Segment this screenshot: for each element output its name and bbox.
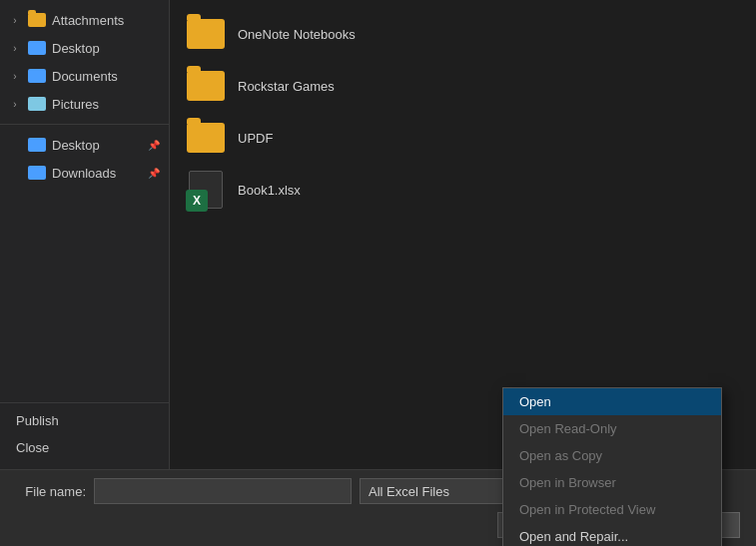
- docs-icon: [28, 67, 46, 85]
- downloads-icon: [28, 164, 46, 182]
- file-name: OneNote Notebooks: [238, 27, 356, 42]
- file-name: Book1.xlsx: [238, 183, 301, 198]
- excel-file-icon: X: [186, 174, 226, 206]
- chevron-icon: ›: [8, 97, 22, 111]
- chevron-icon: ›: [8, 69, 22, 83]
- sidebar-divider: [0, 124, 169, 125]
- publish-action[interactable]: Publish: [0, 407, 169, 434]
- list-item[interactable]: X Book1.xlsx: [174, 164, 752, 216]
- folder-icon: [186, 70, 226, 102]
- sidebar-item-label: Attachments: [52, 13, 161, 28]
- file-name: UPDF: [238, 131, 273, 146]
- sidebar-pinned-section: Desktop 📌 Downloads 📌: [0, 129, 169, 189]
- close-action[interactable]: Close: [0, 434, 169, 461]
- sidebar-item-desktop-top[interactable]: › Desktop: [0, 34, 169, 62]
- sidebar-item-label: Pictures: [52, 97, 161, 112]
- sidebar-item-documents[interactable]: › Documents: [0, 62, 169, 90]
- publish-label: Publish: [16, 413, 59, 428]
- dropdown-item-open-repair[interactable]: Open and Repair...: [503, 523, 721, 546]
- sidebar-item-desktop-pinned[interactable]: Desktop 📌: [0, 131, 169, 159]
- pin-icon: 📌: [147, 166, 161, 180]
- sidebar-item-label: Desktop: [52, 41, 161, 56]
- open-dropdown-menu: Open Open Read-Only Open as Copy Open in…: [502, 387, 722, 546]
- dropdown-item-label: Open in Protected View: [519, 502, 655, 517]
- chevron-icon: ›: [8, 41, 22, 55]
- sidebar-nav-section: › Attachments › Desktop ›: [0, 4, 169, 120]
- list-item[interactable]: UPDF: [174, 112, 752, 164]
- sidebar-item-label: Downloads: [52, 166, 141, 181]
- dropdown-item-open[interactable]: Open: [503, 388, 721, 415]
- sidebar-item-attachments[interactable]: › Attachments: [0, 6, 169, 34]
- pin-icon: 📌: [147, 138, 161, 152]
- sidebar-item-pictures[interactable]: › Pictures: [0, 90, 169, 118]
- filename-label: File name:: [16, 484, 86, 499]
- pictures-icon: [28, 95, 46, 113]
- chevron-icon: [8, 166, 22, 180]
- dropdown-item-open-copy[interactable]: Open as Copy: [503, 442, 721, 469]
- folder-icon: [28, 11, 46, 29]
- desktop-icon: [28, 136, 46, 154]
- file-name: Rockstar Games: [238, 79, 335, 94]
- open-file-dialog: › Attachments › Desktop ›: [0, 0, 756, 546]
- filename-input[interactable]: [94, 478, 352, 504]
- dropdown-item-open-browser[interactable]: Open in Browser: [503, 469, 721, 496]
- list-item[interactable]: Rockstar Games: [174, 60, 752, 112]
- chevron-icon: [8, 138, 22, 152]
- sidebar-item-downloads[interactable]: Downloads 📌: [0, 159, 169, 187]
- chevron-icon: ›: [8, 13, 22, 27]
- sidebar-item-label: Desktop: [52, 138, 141, 153]
- folder-icon: [186, 122, 226, 154]
- list-item[interactable]: OneNote Notebooks: [174, 8, 752, 60]
- sidebar-item-label: Documents: [52, 69, 161, 84]
- dropdown-item-label: Open and Repair...: [519, 529, 628, 544]
- close-label: Close: [16, 440, 49, 455]
- sidebar: › Attachments › Desktop ›: [0, 0, 170, 469]
- dropdown-item-label: Open as Copy: [519, 448, 602, 463]
- dropdown-item-open-readonly[interactable]: Open Read-Only: [503, 415, 721, 442]
- dropdown-item-label: Open: [519, 394, 551, 409]
- desktop-icon: [28, 39, 46, 57]
- dropdown-item-open-protected[interactable]: Open in Protected View: [503, 496, 721, 523]
- sidebar-bottom-actions: Publish Close: [0, 390, 169, 469]
- dropdown-item-label: Open Read-Only: [519, 421, 617, 436]
- folder-icon: [186, 18, 226, 50]
- sidebar-divider: [0, 402, 169, 403]
- dropdown-item-label: Open in Browser: [519, 475, 616, 490]
